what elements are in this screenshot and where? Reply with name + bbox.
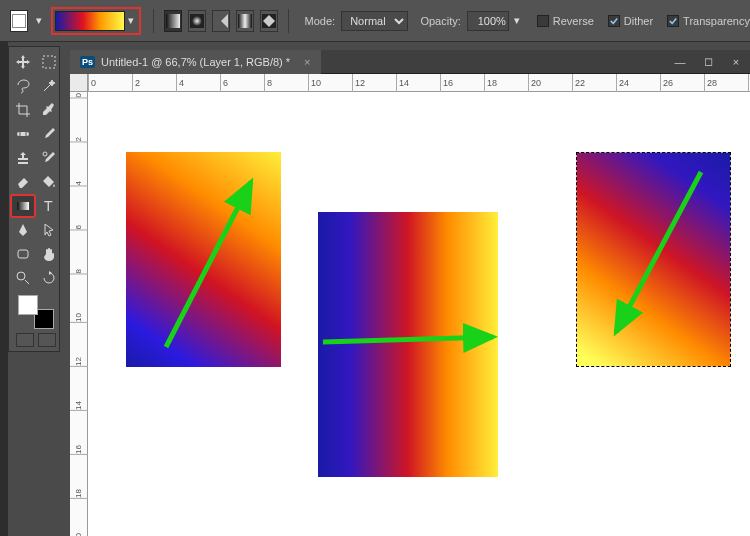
gradient-tool[interactable] [11,195,35,217]
ruler-tick: 8 [70,268,88,274]
ruler-tick: 16 [440,74,453,92]
ruler-tick: 28 [704,74,717,92]
gradient-picker-highlight: ▾ [51,7,141,35]
ruler-tick: 12 [70,356,88,367]
eraser-tool[interactable] [11,171,35,193]
document-tab-title: Untitled-1 @ 66,7% (Layer 1, RGB/8) * [101,56,290,68]
document-window: Ps Untitled-1 @ 66,7% (Layer 1, RGB/8) *… [70,50,750,536]
ruler-tick: 8 [264,74,272,92]
color-swatch-control[interactable] [18,295,54,329]
brush-tool[interactable] [37,123,61,145]
dither-checkbox[interactable]: Dither [608,15,653,27]
ruler-tick: 18 [70,488,88,499]
gradient-sample-reverse-diagonal [576,152,731,367]
vertical-ruler[interactable]: 0246810121416182022 [70,92,88,536]
ruler-tick: 18 [484,74,497,92]
svg-point-12 [17,272,25,280]
gradient-type-angle[interactable] [212,10,230,32]
gradient-type-linear[interactable] [164,10,182,32]
ruler-tick: 10 [70,312,88,323]
transparency-label: Transparency [683,15,750,27]
ruler-tick: 2 [70,136,88,142]
document-canvas[interactable] [88,92,750,536]
gradient-type-reflected[interactable] [236,10,254,32]
left-gutter [0,42,8,536]
transparency-checkbox[interactable]: Transparency [667,15,750,27]
options-bar: ▾ ▾ Mode: Normal Opacity: ▾ Reverse Dith… [0,0,750,42]
gradient-sample-horizontal [318,212,498,477]
document-tabbar: Ps Untitled-1 @ 66,7% (Layer 1, RGB/8) *… [70,50,750,74]
ruler-tick: 0 [88,74,96,92]
move-tool[interactable] [11,51,35,73]
ruler-tick: 14 [396,74,409,92]
ruler-tick: 2 [132,74,140,92]
ruler-tick: 10 [308,74,321,92]
gradient-sample-diagonal [126,152,281,367]
clone-stamp-tool[interactable] [11,147,35,169]
ruler-tick: 24 [616,74,629,92]
ruler-tick: 14 [70,400,88,411]
horizontal-ruler[interactable]: 024681012141618202224262830 [88,74,750,92]
reverse-label: Reverse [553,15,594,27]
gradient-picker-chevron[interactable]: ▾ [125,11,137,31]
gradient-type-diamond[interactable] [260,10,278,32]
direct-select-tool[interactable] [37,219,61,241]
pen-tool[interactable] [11,219,35,241]
svg-rect-0 [166,14,180,28]
ruler-tick: 6 [70,224,88,230]
lasso-tool[interactable] [11,75,35,97]
paint-bucket-tool[interactable] [37,171,61,193]
window-maximize-button[interactable]: ◻ [694,50,722,74]
mode-label: Mode: [305,15,336,27]
ps-badge-icon: Ps [80,56,95,68]
history-brush-tool[interactable] [37,147,61,169]
ruler-origin[interactable] [70,74,88,92]
close-tab-icon[interactable]: × [304,56,310,68]
svg-rect-11 [18,250,28,258]
divider [153,9,154,33]
window-minimize-button[interactable]: — [666,50,694,74]
reverse-checkbox[interactable]: Reverse [537,15,594,27]
ruler-tick: 22 [572,74,585,92]
svg-point-2 [192,16,202,26]
window-close-button[interactable]: × [722,50,750,74]
magic-wand-tool[interactable] [37,75,61,97]
ruler-tick: 20 [70,532,88,536]
foreground-color-swatch[interactable] [18,295,38,315]
document-tab[interactable]: Ps Untitled-1 @ 66,7% (Layer 1, RGB/8) *… [70,50,321,74]
screenmode-toggle[interactable] [38,333,56,347]
rotate-view-tool[interactable] [37,267,61,289]
ruler-tick: 4 [70,180,88,186]
opacity-input[interactable] [467,11,509,31]
ruler-tick: 12 [352,74,365,92]
rect-marquee-tool[interactable] [37,51,61,73]
ruler-tick: 0 [70,92,88,98]
svg-point-8 [43,152,47,156]
zoom-tool[interactable] [11,267,35,289]
svg-rect-9 [17,202,29,210]
tools-panel: T [8,46,60,352]
dither-label: Dither [624,15,653,27]
tool-preset-button[interactable] [10,10,28,32]
gradient-picker[interactable] [55,11,125,31]
hand-tool[interactable] [37,243,61,265]
gradient-type-radial[interactable] [188,10,206,32]
ruler-tick: 4 [176,74,184,92]
opacity-label: Opacity: [420,15,460,27]
rectangle-shape-tool[interactable] [11,243,35,265]
eyedropper-tool[interactable] [37,99,61,121]
opacity-chevron[interactable]: ▾ [511,10,523,32]
blend-mode-select[interactable]: Normal [341,11,408,31]
svg-rect-6 [43,56,55,68]
type-tool[interactable]: T [37,195,61,217]
svg-rect-7 [17,132,29,136]
svg-rect-4 [238,14,252,28]
quickmask-toggle[interactable] [16,333,34,347]
healing-brush-tool[interactable] [11,123,35,145]
ruler-tick: 20 [528,74,541,92]
svg-text:T: T [44,198,53,214]
divider [288,9,289,33]
ruler-tick: 6 [220,74,228,92]
tool-preset-chevron[interactable]: ▾ [34,10,44,32]
crop-tool[interactable] [11,99,35,121]
